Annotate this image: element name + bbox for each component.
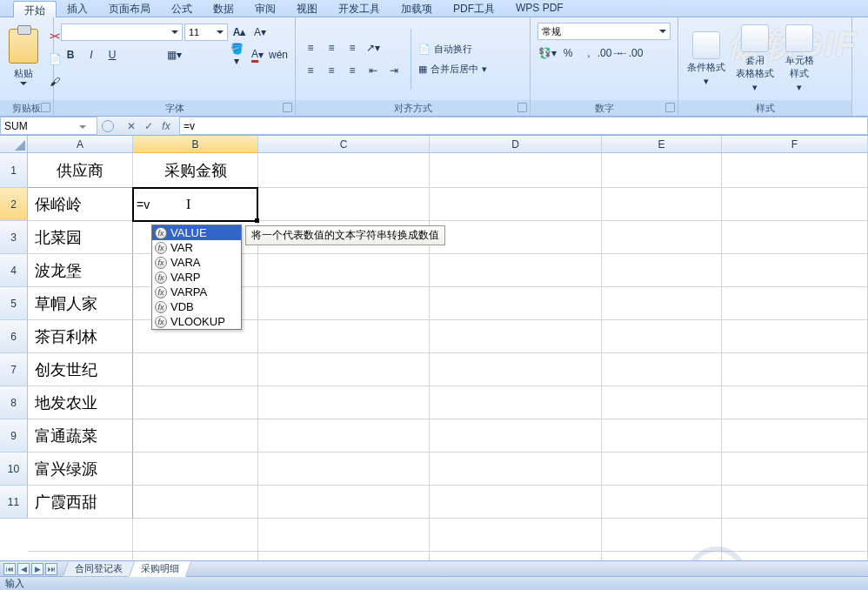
sheet-nav-prev[interactable]: ◀ bbox=[17, 563, 30, 575]
cell-E3[interactable] bbox=[602, 221, 722, 254]
percent-button[interactable]: % bbox=[558, 44, 578, 63]
tab-WPS PDF[interactable]: WPS PDF bbox=[505, 0, 574, 17]
cell-A8[interactable]: 地发农业 bbox=[28, 386, 133, 419]
cell-F3[interactable] bbox=[722, 221, 868, 254]
name-box-input[interactable] bbox=[1, 120, 79, 132]
cell-D7[interactable] bbox=[430, 353, 602, 386]
cell-D6[interactable] bbox=[430, 320, 602, 353]
conditional-format-button[interactable]: 条件格式▾ bbox=[684, 30, 729, 89]
tab-公式[interactable]: 公式 bbox=[161, 0, 203, 17]
cell-E5[interactable] bbox=[602, 287, 722, 320]
cell-C8[interactable] bbox=[258, 386, 430, 419]
underline-button[interactable]: U bbox=[103, 45, 122, 64]
dialog-launcher-icon[interactable] bbox=[41, 103, 50, 112]
align-center-button[interactable]: ≡ bbox=[322, 61, 341, 80]
cell-F2[interactable] bbox=[722, 188, 868, 221]
cell-E10[interactable] bbox=[602, 453, 722, 486]
tab-PDF工具[interactable]: PDF工具 bbox=[443, 0, 505, 17]
name-box[interactable] bbox=[0, 117, 97, 135]
cell-C2[interactable] bbox=[258, 188, 430, 221]
shrink-font-button[interactable]: A▾ bbox=[250, 23, 270, 42]
row-header-4[interactable]: 4 bbox=[0, 254, 28, 287]
cell-F5[interactable] bbox=[722, 287, 868, 320]
col-header-C[interactable]: C bbox=[258, 136, 430, 153]
enter-formula-button[interactable]: ✓ bbox=[141, 120, 157, 132]
tab-开始[interactable]: 开始 bbox=[13, 1, 57, 17]
cell-E6[interactable] bbox=[602, 320, 722, 353]
cell-D8[interactable] bbox=[430, 386, 602, 419]
italic-button[interactable]: I bbox=[82, 45, 101, 64]
insert-function-button[interactable]: fx bbox=[158, 120, 174, 132]
border-button[interactable]: ▦▾ bbox=[165, 45, 184, 64]
number-format-combo[interactable]: 常规 bbox=[537, 23, 671, 40]
col-header-B[interactable]: B bbox=[133, 136, 258, 153]
grow-font-button[interactable]: A▴ bbox=[230, 23, 249, 42]
ac-item-VLOOKUP[interactable]: fxVLOOKUP bbox=[152, 314, 241, 329]
row-header-11[interactable]: 11 bbox=[0, 486, 28, 519]
cell-D5[interactable] bbox=[430, 287, 602, 320]
cell-A2[interactable]: 保峪岭 bbox=[28, 188, 133, 221]
fill-color-button[interactable]: 🪣▾ bbox=[227, 45, 246, 64]
cell-C10[interactable] bbox=[258, 453, 430, 486]
row-header-6[interactable]: 6 bbox=[0, 320, 28, 353]
decrease-decimal-button[interactable]: ←.00 bbox=[621, 44, 640, 63]
tab-视图[interactable]: 视图 bbox=[286, 0, 328, 17]
cell-A10[interactable]: 富兴绿源 bbox=[28, 453, 133, 486]
font-color-button[interactable]: A▾ bbox=[248, 45, 267, 64]
ac-item-VARPA[interactable]: fxVARPA bbox=[152, 285, 241, 299]
cell-D11[interactable] bbox=[430, 486, 602, 519]
cell-E8[interactable] bbox=[602, 386, 722, 419]
cell-A11[interactable]: 广霞西甜 bbox=[28, 486, 133, 519]
merge-center-button[interactable]: ▦合并后居中▾ bbox=[418, 63, 487, 76]
cancel-formula-button[interactable]: ✕ bbox=[124, 120, 139, 132]
ac-item-VAR[interactable]: fxVAR bbox=[152, 240, 241, 255]
sheet-nav-first[interactable]: ⏮ bbox=[3, 563, 16, 575]
select-all-corner[interactable] bbox=[0, 136, 28, 153]
cell-D9[interactable] bbox=[430, 419, 602, 453]
paste-button[interactable]: 粘贴 bbox=[5, 27, 42, 91]
cell-B7[interactable] bbox=[133, 353, 258, 386]
cell-B1[interactable]: 采购金额 bbox=[133, 153, 258, 188]
cell-F7[interactable] bbox=[722, 353, 868, 386]
ac-item-VARP[interactable]: fxVARP bbox=[152, 270, 241, 285]
cell-A6[interactable]: 茶百利林 bbox=[28, 320, 133, 353]
wrap-text-button[interactable]: 📄自动换行 bbox=[418, 43, 487, 56]
row-header-9[interactable]: 9 bbox=[0, 419, 28, 453]
cell-C7[interactable] bbox=[258, 353, 430, 386]
align-right-button[interactable]: ≡ bbox=[343, 61, 362, 80]
font-size-combo[interactable]: 11 bbox=[184, 23, 228, 41]
col-header-D[interactable]: D bbox=[430, 136, 602, 153]
cell-A5[interactable]: 草帽人家 bbox=[28, 287, 133, 320]
cell-F11[interactable] bbox=[722, 486, 868, 519]
cell-C9[interactable] bbox=[258, 419, 430, 453]
cell-E2[interactable] bbox=[602, 188, 722, 221]
cell-F4[interactable] bbox=[722, 254, 868, 287]
col-header-F[interactable]: F bbox=[722, 136, 868, 153]
align-left-button[interactable]: ≡ bbox=[301, 61, 320, 80]
phonetic-button[interactable]: wén bbox=[269, 45, 288, 64]
orientation-button[interactable]: ↗▾ bbox=[364, 38, 383, 57]
ac-item-VALUE[interactable]: fxVALUE bbox=[152, 225, 241, 240]
cells-area[interactable]: 供应商采购金额保峪岭=v北菜园波龙堡草帽人家茶百利林创友世纪地发农业富通蔬菜富兴… bbox=[28, 153, 868, 560]
align-middle-button[interactable]: ≡ bbox=[322, 38, 341, 57]
currency-button[interactable]: 💱▾ bbox=[537, 44, 557, 63]
increase-decimal-button[interactable]: .00→ bbox=[600, 44, 619, 63]
cell-D2[interactable] bbox=[430, 188, 602, 221]
formula-input[interactable]: =v bbox=[179, 117, 868, 135]
tab-页面布局[interactable]: 页面布局 bbox=[98, 0, 161, 17]
dialog-launcher-icon[interactable] bbox=[665, 103, 675, 112]
tab-插入[interactable]: 插入 bbox=[57, 0, 98, 17]
cell-D1[interactable] bbox=[430, 153, 602, 188]
dialog-launcher-icon[interactable] bbox=[517, 103, 527, 112]
chevron-down-icon[interactable] bbox=[79, 125, 86, 132]
tab-审阅[interactable]: 审阅 bbox=[244, 0, 286, 17]
formula-autocomplete[interactable]: fxVALUEfxVARfxVARAfxVARPfxVARPAfxVDBfxVL… bbox=[151, 225, 242, 330]
font-name-combo[interactable] bbox=[61, 23, 183, 41]
cell-E9[interactable] bbox=[602, 419, 722, 453]
ac-item-VARA[interactable]: fxVARA bbox=[152, 255, 241, 270]
row-header-1[interactable]: 1 bbox=[0, 153, 28, 188]
cell-C6[interactable] bbox=[258, 320, 430, 353]
spreadsheet-grid[interactable]: ABCDEF 1234567891011 供应商采购金额保峪岭=v北菜园波龙堡草… bbox=[0, 136, 868, 560]
cell-C1[interactable] bbox=[258, 153, 430, 188]
cell-D3[interactable] bbox=[430, 221, 602, 254]
